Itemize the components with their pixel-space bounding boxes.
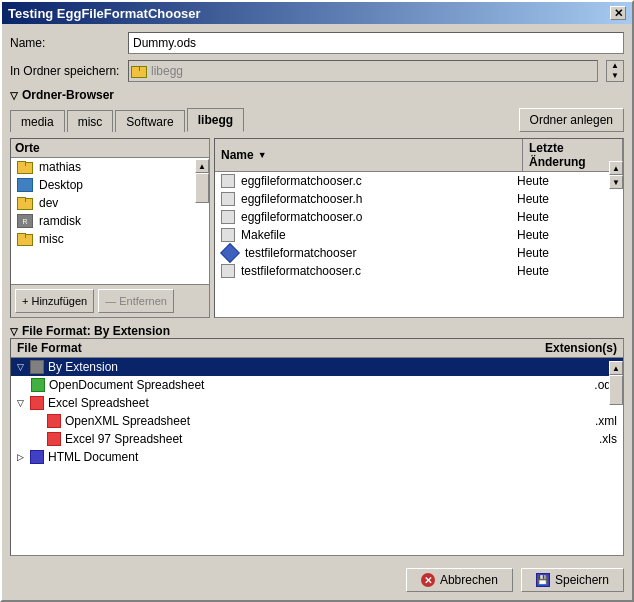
- file-makefile[interactable]: Makefile Heute: [215, 226, 623, 244]
- files-scrollbar[interactable]: ▲ ▼: [609, 161, 623, 317]
- format-excel97-icon: [47, 432, 61, 446]
- file-testc[interactable]: testfileformatchooser.c Heute: [215, 262, 623, 280]
- format-excel-group[interactable]: ▽ Excel Spreadsheet: [11, 394, 623, 412]
- file-testc-icon: [221, 264, 235, 278]
- folder-spinner[interactable]: ▲ ▼: [606, 60, 624, 82]
- remove-place-button[interactable]: — Entfernen: [98, 289, 174, 313]
- format-openxml-icon: [47, 414, 61, 428]
- new-folder-label: Ordner anlegen: [530, 113, 613, 127]
- place-ramdisk-label: ramdisk: [39, 214, 81, 228]
- file-makefile-icon: [221, 228, 235, 242]
- cancel-button[interactable]: ✕ Abbrechen: [406, 568, 513, 592]
- tab-software[interactable]: Software: [115, 110, 184, 132]
- save-label: Speichern: [555, 573, 609, 587]
- format-scroll-thumb[interactable]: [609, 375, 623, 405]
- file-eggh-date: Heute: [517, 192, 617, 206]
- format-excel-icon: [30, 396, 44, 410]
- places-scroll-thumb[interactable]: [195, 173, 209, 203]
- tabs-container: media misc Software libegg: [10, 108, 244, 132]
- file-test-exec[interactable]: testfileformatchooser Heute: [215, 244, 623, 262]
- format-section-arrow[interactable]: ▽: [10, 326, 18, 337]
- folder-browser-arrow[interactable]: ▽: [10, 90, 18, 101]
- file-eggc-name: eggfileformatchooser.c: [241, 174, 511, 188]
- files-panel: Name ▼ Letzte Änderung eggfileformatchoo…: [214, 138, 624, 318]
- file-eggh-icon: [221, 192, 235, 206]
- format-excel97[interactable]: Excel 97 Spreadsheet .xls: [11, 430, 623, 448]
- format-byext-label: By Extension: [48, 360, 118, 374]
- spinner-up[interactable]: ▲: [607, 61, 623, 71]
- place-mathias[interactable]: mathias: [11, 158, 209, 176]
- format-excel97-label: Excel 97 Spreadsheet: [65, 432, 182, 446]
- tab-libegg[interactable]: libegg: [187, 108, 244, 132]
- places-list: mathias Desktop dev R ramdisk: [11, 158, 209, 284]
- name-input[interactable]: [128, 32, 624, 54]
- format-section-label: File Format: By Extension: [22, 324, 170, 338]
- spinner-down[interactable]: ▼: [607, 71, 623, 81]
- add-place-button[interactable]: + Hinzufügen: [15, 289, 94, 313]
- format-table: File Format Extension(s) ▽ By Extension: [10, 338, 624, 556]
- places-header-label: Orte: [15, 141, 40, 155]
- col-date-header[interactable]: Letzte Änderung: [523, 139, 623, 171]
- tab-media-label: media: [21, 115, 54, 129]
- format-ods[interactable]: OpenDocument Spreadsheet .ods: [11, 376, 623, 394]
- place-dev-icon: [17, 196, 33, 210]
- place-misc-icon: [17, 232, 33, 246]
- format-col-ext-label: Extension(s): [545, 341, 617, 355]
- format-html-label: HTML Document: [48, 450, 138, 464]
- places-scroll-up[interactable]: ▲: [195, 159, 209, 173]
- folder-browser-label: Ordner-Browser: [22, 88, 114, 102]
- file-eggo-date: Heute: [517, 210, 617, 224]
- file-eggo[interactable]: eggfileformatchooser.o Heute: [215, 208, 623, 226]
- place-dev-label: dev: [39, 196, 58, 210]
- format-openxml[interactable]: OpenXML Spreadsheet .xml: [11, 412, 623, 430]
- format-scroll-up[interactable]: ▲: [609, 361, 623, 375]
- file-makefile-date: Heute: [517, 228, 617, 242]
- format-excel-arrow: ▽: [17, 398, 24, 408]
- place-ramdisk[interactable]: R ramdisk: [11, 212, 209, 230]
- file-testc-date: Heute: [517, 264, 617, 278]
- files-header: Name ▼ Letzte Änderung: [215, 139, 623, 172]
- places-header: Orte: [11, 139, 209, 158]
- place-desktop-label: Desktop: [39, 178, 83, 192]
- tab-media[interactable]: media: [10, 110, 65, 132]
- file-makefile-name: Makefile: [241, 228, 511, 242]
- place-dev[interactable]: dev: [11, 194, 209, 212]
- format-list: ▽ By Extension OpenDocument Spreadsheet …: [11, 358, 623, 555]
- file-testc-name: testfileformatchooser.c: [241, 264, 511, 278]
- format-html-icon: [30, 450, 44, 464]
- content-area: Name: In Ordner speichern: libegg ▲ ▼ ▽ …: [2, 24, 632, 600]
- col-name-header[interactable]: Name ▼: [215, 139, 523, 171]
- file-eggc[interactable]: eggfileformatchooser.c Heute: [215, 172, 623, 190]
- format-html-group[interactable]: ▷ HTML Document: [11, 448, 623, 466]
- new-folder-button[interactable]: Ordner anlegen: [519, 108, 624, 132]
- format-col-name: File Format: [11, 339, 533, 357]
- format-byext-icon: [30, 360, 44, 374]
- file-eggo-name: eggfileformatchooser.o: [241, 210, 511, 224]
- place-desktop[interactable]: Desktop: [11, 176, 209, 194]
- file-eggh[interactable]: eggfileformatchooser.h Heute: [215, 190, 623, 208]
- titlebar: Testing EggFileFormatChooser ✕: [2, 2, 632, 24]
- places-scrollbar[interactable]: ▲ ▼: [195, 159, 209, 273]
- folder-value: libegg: [151, 64, 183, 78]
- tab-misc[interactable]: misc: [67, 110, 114, 132]
- name-label: Name:: [10, 36, 120, 50]
- file-eggh-name: eggfileformatchooser.h: [241, 192, 511, 206]
- cancel-label: Abbrechen: [440, 573, 498, 587]
- place-misc-label: misc: [39, 232, 64, 246]
- folder-icon: [131, 64, 147, 78]
- files-scroll-down[interactable]: ▼: [609, 175, 623, 189]
- cancel-icon: ✕: [421, 573, 435, 587]
- save-button[interactable]: 💾 Speichern: [521, 568, 624, 592]
- place-desktop-icon: [17, 178, 33, 192]
- format-scrollbar[interactable]: ▲ ▼: [609, 361, 623, 555]
- folder-browser-header: ▽ Ordner-Browser: [10, 88, 624, 102]
- close-button[interactable]: ✕: [610, 6, 626, 20]
- file-eggc-date: Heute: [517, 174, 617, 188]
- format-ods-label: OpenDocument Spreadsheet: [49, 378, 204, 392]
- places-buttons: + Hinzufügen — Entfernen: [11, 284, 209, 317]
- format-by-extension[interactable]: ▽ By Extension: [11, 358, 623, 376]
- files-scroll-up[interactable]: ▲: [609, 161, 623, 175]
- place-mathias-icon: [17, 160, 33, 174]
- place-misc[interactable]: misc: [11, 230, 209, 248]
- add-place-label: + Hinzufügen: [22, 295, 87, 307]
